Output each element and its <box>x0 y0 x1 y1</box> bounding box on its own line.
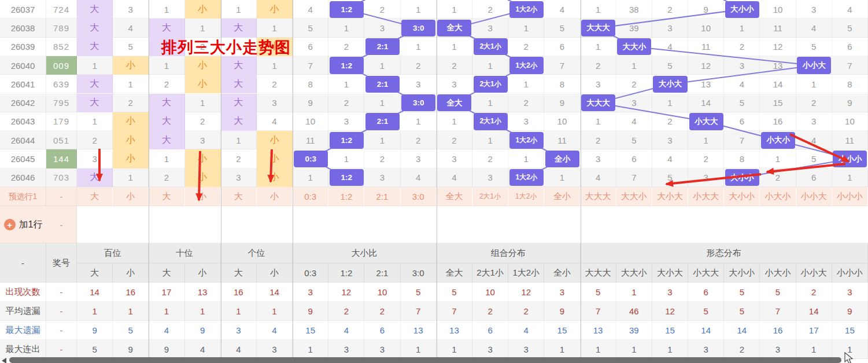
summary-dash-cell: - <box>46 321 77 340</box>
miss-count-cell: 3 <box>364 19 400 37</box>
summary-value-cell: 9 <box>185 321 221 340</box>
add-row-button[interactable]: +加1行 <box>0 206 46 243</box>
miss-count-cell: 8 <box>832 75 868 93</box>
column-sub-header: 大 <box>221 263 257 283</box>
prize-number-cell: 639 <box>46 75 77 93</box>
miss-count-cell: 4 <box>544 0 580 19</box>
miss-count-cell: 2 <box>796 94 832 112</box>
hit-cell: 全大 <box>437 20 471 36</box>
summary-value-cell: 5 <box>113 321 149 340</box>
prize-number-cell: 009 <box>46 56 77 75</box>
prize-number-cell: 703 <box>46 168 77 187</box>
big-cell: 大 <box>77 94 113 112</box>
summary-value-cell: 4 <box>257 321 293 340</box>
summary-value-cell: 5 <box>581 283 616 302</box>
small-cell: 小 <box>257 168 293 187</box>
summary-value-cell: 15 <box>832 321 868 340</box>
preselect-cell[interactable]: 大大大 <box>581 187 616 206</box>
preselect-cell[interactable]: 大大小 <box>616 187 652 206</box>
hit-cell: 1大2小 <box>509 169 544 186</box>
hit-cell: 1大2小 <box>509 132 544 149</box>
preselect-cell[interactable]: 全大 <box>437 187 472 206</box>
horizontal-scrollbar-thumb[interactable] <box>9 357 841 363</box>
preselect-cell[interactable]: 2:1 <box>364 187 400 206</box>
preselect-cell[interactable]: 大 <box>221 187 257 206</box>
column-sub-header: 大小大 <box>652 263 688 283</box>
miss-count-cell: 1 <box>77 112 113 131</box>
preselect-cell[interactable]: 小小大 <box>796 187 832 206</box>
preselect-cell[interactable]: 1:2 <box>328 187 364 206</box>
miss-count-cell: 3 <box>724 56 760 75</box>
summary-value-cell: 9 <box>149 340 184 359</box>
miss-count-cell: 1 <box>508 19 544 37</box>
miss-count-cell: 3 <box>185 131 221 149</box>
hit-cell: 大大大 <box>581 20 615 36</box>
preselect-cell[interactable]: 小 <box>113 187 149 206</box>
preselect-cell[interactable]: 小 <box>257 187 293 206</box>
miss-count-cell: 1 <box>688 131 724 149</box>
miss-count-cell: 4 <box>652 149 688 168</box>
miss-count-cell: 2 <box>688 149 724 168</box>
prize-number-cell: 144 <box>46 149 77 168</box>
section-divider <box>293 0 293 359</box>
preselect-cell[interactable]: 大 <box>77 187 113 206</box>
header-dash: - <box>0 243 46 283</box>
miss-count-cell: 2 <box>437 56 472 75</box>
summary-value-cell: 1 <box>437 340 472 359</box>
summary-value-cell: 12 <box>652 302 688 321</box>
preselect-cell[interactable]: 大 <box>149 187 184 206</box>
preselect-dash-cell: - <box>46 187 77 206</box>
small-cell: 小 <box>113 56 149 75</box>
preselect-cell[interactable]: 大小大 <box>652 187 688 206</box>
hit-cell: 小大小 <box>761 132 795 149</box>
summary-value-cell: 5 <box>724 283 760 302</box>
column-sub-header: 小 <box>257 263 293 283</box>
miss-count-cell: 3 <box>437 149 472 168</box>
summary-value-cell: 1 <box>293 340 328 359</box>
issue-cell: 26046 <box>0 168 46 187</box>
preselect-cell[interactable]: 小 <box>185 187 221 206</box>
summary-row-label: 出现次数 <box>0 283 46 302</box>
miss-count-cell: 39 <box>616 19 652 37</box>
preselect-cell[interactable]: 小小小 <box>832 187 868 206</box>
add-row-dash-cell: - <box>46 206 77 243</box>
miss-count-cell: 5 <box>724 94 760 112</box>
big-cell: 大 <box>149 19 184 37</box>
miss-count-cell: 6 <box>293 38 328 56</box>
hit-cell: 1:2 <box>330 57 364 74</box>
big-cell: 大 <box>77 168 113 187</box>
preselect-cell[interactable]: 3:0 <box>401 187 437 206</box>
summary-value-cell: 3 <box>688 340 724 359</box>
small-cell: 小 <box>257 149 293 168</box>
miss-count-cell: 2 <box>149 75 184 93</box>
miss-count-cell: 1 <box>796 75 832 93</box>
summary-value-cell: 3 <box>221 321 257 340</box>
miss-count-cell: 11 <box>688 38 724 56</box>
summary-value-cell: 46 <box>616 302 652 321</box>
preselect-cell[interactable]: 大小小 <box>724 187 760 206</box>
miss-count-cell: 5 <box>796 149 832 168</box>
prize-number-cell: 179 <box>46 112 77 131</box>
preselect-cell[interactable]: 2大1小 <box>472 187 508 206</box>
preselect-cell[interactable]: 全小 <box>544 187 580 206</box>
summary-value-cell: 5 <box>724 302 760 321</box>
small-cell: 小 <box>113 149 149 168</box>
miss-count-cell: 13 <box>688 75 724 93</box>
miss-count-cell: 3 <box>616 94 652 112</box>
prize-number-cell: 852 <box>46 38 77 56</box>
summary-row-label: 最大遗漏 <box>0 321 46 340</box>
hit-cell: 1:2 <box>330 1 364 18</box>
preselect-cell[interactable]: 0:3 <box>293 187 328 206</box>
small-cell: 小 <box>185 0 221 19</box>
summary-value-cell: 1 <box>185 302 221 321</box>
summary-value-cell: 5 <box>77 340 113 359</box>
preselect-cell[interactable]: 1大2小 <box>508 187 544 206</box>
preselect-cell[interactable]: 小大小 <box>760 187 796 206</box>
big-cell: 大 <box>221 112 257 131</box>
plus-icon[interactable]: + <box>4 219 16 230</box>
scrollbar-left-arrow[interactable] <box>2 358 6 363</box>
summary-value-cell: 4 <box>149 321 184 340</box>
hit-cell: 2大1小 <box>474 113 508 130</box>
preselect-cell[interactable]: 小大大 <box>688 187 724 206</box>
header-prize-number: 奖号 <box>46 243 77 283</box>
